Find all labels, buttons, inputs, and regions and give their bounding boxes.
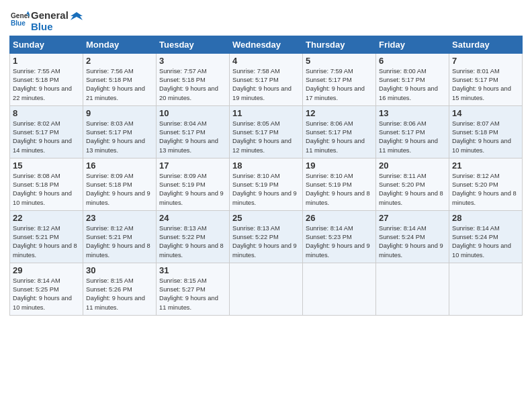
- day-cell: 14Sunrise: 8:07 AM Sunset: 5:18 PM Dayli…: [449, 105, 523, 158]
- day-number: 29: [13, 265, 80, 275]
- week-row-2: 8Sunrise: 8:02 AM Sunset: 5:17 PM Daylig…: [10, 105, 523, 158]
- day-cell: [230, 263, 303, 315]
- week-row-5: 29Sunrise: 8:14 AM Sunset: 5:25 PM Dayli…: [10, 263, 523, 315]
- day-cell: [376, 263, 449, 315]
- week-row-1: 1Sunrise: 7:55 AM Sunset: 5:18 PM Daylig…: [10, 53, 523, 105]
- day-cell: 6Sunrise: 8:00 AM Sunset: 5:17 PM Daylig…: [376, 53, 449, 105]
- day-cell: 26Sunrise: 8:14 AM Sunset: 5:23 PM Dayli…: [303, 210, 376, 263]
- day-cell: 11Sunrise: 8:05 AM Sunset: 5:17 PM Dayli…: [230, 105, 303, 158]
- day-info: Sunrise: 8:14 AM Sunset: 5:23 PM Dayligh…: [306, 224, 373, 261]
- day-cell: 12Sunrise: 8:06 AM Sunset: 5:17 PM Dayli…: [303, 105, 376, 158]
- logo-bird-icon: [71, 11, 83, 23]
- day-info: Sunrise: 8:15 AM Sunset: 5:26 PM Dayligh…: [86, 277, 153, 313]
- day-cell: 20Sunrise: 8:11 AM Sunset: 5:20 PM Dayli…: [376, 158, 449, 210]
- day-info: Sunrise: 8:13 AM Sunset: 5:22 PM Dayligh…: [232, 224, 300, 261]
- day-cell: 1Sunrise: 7:55 AM Sunset: 5:18 PM Daylig…: [10, 53, 83, 105]
- day-info: Sunrise: 8:00 AM Sunset: 5:17 PM Dayligh…: [379, 67, 446, 103]
- day-cell: 21Sunrise: 8:12 AM Sunset: 5:20 PM Dayli…: [449, 158, 523, 210]
- day-number: 30: [86, 265, 153, 275]
- header-row: SundayMondayTuesdayWednesdayThursdayFrid…: [10, 36, 523, 53]
- calendar-table: SundayMondayTuesdayWednesdayThursdayFrid…: [9, 36, 523, 316]
- day-number: 23: [86, 213, 153, 223]
- day-info: Sunrise: 8:09 AM Sunset: 5:19 PM Dayligh…: [159, 172, 226, 208]
- day-cell: 9Sunrise: 8:03 AM Sunset: 5:17 PM Daylig…: [83, 105, 157, 158]
- day-number: 1: [13, 56, 80, 66]
- logo-general: General: [31, 9, 69, 21]
- day-number: 10: [159, 108, 226, 118]
- day-number: 8: [13, 108, 80, 118]
- day-number: 28: [452, 213, 519, 223]
- day-info: Sunrise: 8:12 AM Sunset: 5:21 PM Dayligh…: [86, 224, 153, 261]
- day-cell: 31Sunrise: 8:15 AM Sunset: 5:27 PM Dayli…: [157, 263, 230, 315]
- day-number: 2: [86, 56, 153, 66]
- day-info: Sunrise: 8:12 AM Sunset: 5:21 PM Dayligh…: [13, 224, 80, 261]
- day-number: 25: [232, 213, 300, 223]
- day-cell: 28Sunrise: 8:14 AM Sunset: 5:24 PM Dayli…: [449, 210, 523, 263]
- logo-blue: Blue: [31, 21, 69, 32]
- day-info: Sunrise: 8:14 AM Sunset: 5:24 PM Dayligh…: [379, 224, 446, 261]
- day-number: 19: [306, 161, 373, 171]
- svg-text:General: General: [11, 13, 30, 20]
- day-info: Sunrise: 8:15 AM Sunset: 5:27 PM Dayligh…: [159, 277, 226, 313]
- day-info: Sunrise: 8:01 AM Sunset: 5:17 PM Dayligh…: [452, 67, 519, 103]
- day-cell: 27Sunrise: 8:14 AM Sunset: 5:24 PM Dayli…: [376, 210, 449, 263]
- header-sunday: Sunday: [10, 36, 83, 53]
- svg-marker-4: [71, 12, 83, 20]
- day-info: Sunrise: 8:14 AM Sunset: 5:24 PM Dayligh…: [452, 224, 519, 261]
- day-cell: 25Sunrise: 8:13 AM Sunset: 5:22 PM Dayli…: [230, 210, 303, 263]
- day-cell: 16Sunrise: 8:09 AM Sunset: 5:18 PM Dayli…: [83, 158, 157, 210]
- day-info: Sunrise: 8:07 AM Sunset: 5:18 PM Dayligh…: [452, 120, 519, 156]
- day-number: 14: [452, 108, 519, 118]
- day-cell: 29Sunrise: 8:14 AM Sunset: 5:25 PM Dayli…: [10, 263, 83, 315]
- header-friday: Friday: [376, 36, 449, 53]
- week-row-4: 22Sunrise: 8:12 AM Sunset: 5:21 PM Dayli…: [10, 210, 523, 263]
- day-cell: 8Sunrise: 8:02 AM Sunset: 5:17 PM Daylig…: [10, 105, 83, 158]
- day-info: Sunrise: 7:58 AM Sunset: 5:17 PM Dayligh…: [232, 67, 300, 103]
- day-info: Sunrise: 8:14 AM Sunset: 5:25 PM Dayligh…: [13, 277, 80, 313]
- day-cell: 3Sunrise: 7:57 AM Sunset: 5:18 PM Daylig…: [157, 53, 230, 105]
- day-cell: 4Sunrise: 7:58 AM Sunset: 5:17 PM Daylig…: [230, 53, 303, 105]
- day-number: 15: [13, 161, 80, 171]
- day-info: Sunrise: 8:06 AM Sunset: 5:17 PM Dayligh…: [306, 120, 373, 156]
- header-wednesday: Wednesday: [230, 36, 303, 53]
- day-cell: 15Sunrise: 8:08 AM Sunset: 5:18 PM Dayli…: [10, 158, 83, 210]
- day-info: Sunrise: 8:09 AM Sunset: 5:18 PM Dayligh…: [86, 172, 153, 208]
- day-cell: 5Sunrise: 7:59 AM Sunset: 5:17 PM Daylig…: [303, 53, 376, 105]
- day-number: 17: [159, 161, 226, 171]
- day-number: 6: [379, 56, 446, 66]
- day-number: 20: [379, 161, 446, 171]
- day-info: Sunrise: 8:10 AM Sunset: 5:19 PM Dayligh…: [306, 172, 373, 208]
- header-saturday: Saturday: [449, 36, 523, 53]
- header-thursday: Thursday: [303, 36, 376, 53]
- day-number: 12: [306, 108, 373, 118]
- day-cell: [449, 263, 523, 315]
- week-row-3: 15Sunrise: 8:08 AM Sunset: 5:18 PM Dayli…: [10, 158, 523, 210]
- logo: General Blue General Blue: [9, 9, 83, 33]
- day-cell: [303, 263, 376, 315]
- day-info: Sunrise: 8:03 AM Sunset: 5:17 PM Dayligh…: [86, 120, 153, 156]
- day-number: 11: [232, 108, 300, 118]
- day-number: 13: [379, 108, 446, 118]
- day-number: 9: [86, 108, 153, 118]
- day-cell: 19Sunrise: 8:10 AM Sunset: 5:19 PM Dayli…: [303, 158, 376, 210]
- day-info: Sunrise: 7:59 AM Sunset: 5:17 PM Dayligh…: [306, 67, 373, 103]
- day-number: 3: [159, 56, 226, 66]
- day-info: Sunrise: 8:11 AM Sunset: 5:20 PM Dayligh…: [379, 172, 446, 208]
- day-info: Sunrise: 8:10 AM Sunset: 5:19 PM Dayligh…: [232, 172, 300, 208]
- svg-text:Blue: Blue: [11, 20, 26, 28]
- day-number: 18: [232, 161, 300, 171]
- day-cell: 17Sunrise: 8:09 AM Sunset: 5:19 PM Dayli…: [157, 158, 230, 210]
- day-cell: 2Sunrise: 7:56 AM Sunset: 5:18 PM Daylig…: [83, 53, 157, 105]
- header: General Blue General Blue: [9, 7, 523, 33]
- day-cell: 30Sunrise: 8:15 AM Sunset: 5:26 PM Dayli…: [83, 263, 157, 315]
- day-info: Sunrise: 7:57 AM Sunset: 5:18 PM Dayligh…: [159, 67, 226, 103]
- day-number: 16: [86, 161, 153, 171]
- day-cell: 18Sunrise: 8:10 AM Sunset: 5:19 PM Dayli…: [230, 158, 303, 210]
- day-info: Sunrise: 8:12 AM Sunset: 5:20 PM Dayligh…: [452, 172, 519, 208]
- day-number: 24: [159, 213, 226, 223]
- day-cell: 7Sunrise: 8:01 AM Sunset: 5:17 PM Daylig…: [449, 53, 523, 105]
- day-number: 26: [306, 213, 373, 223]
- logo-icon: General Blue: [11, 10, 30, 29]
- day-info: Sunrise: 8:08 AM Sunset: 5:18 PM Dayligh…: [13, 172, 80, 208]
- day-info: Sunrise: 7:55 AM Sunset: 5:18 PM Dayligh…: [13, 67, 80, 103]
